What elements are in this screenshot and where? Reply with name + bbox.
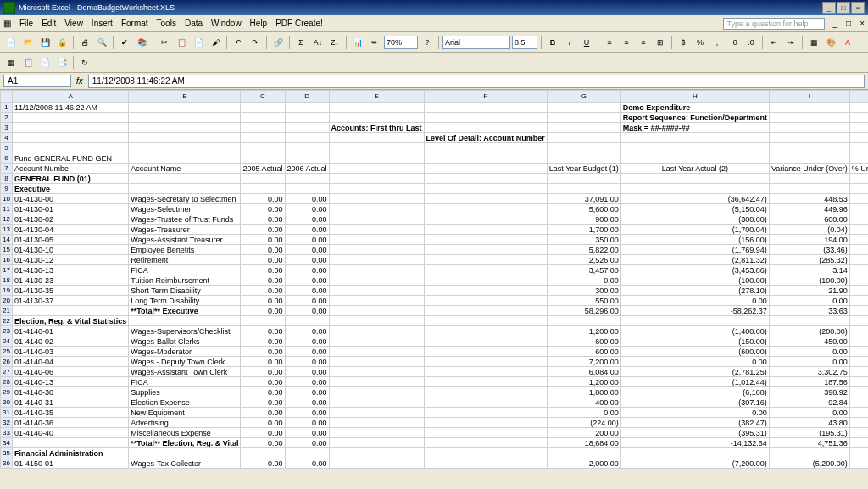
menu-data[interactable]: Data — [185, 19, 203, 28]
cell[interactable] — [329, 387, 424, 397]
row-header[interactable]: 24 — [1, 336, 13, 347]
cell[interactable]: 0.00 — [285, 469, 329, 470]
cell[interactable]: 450.00 — [769, 336, 849, 347]
cell[interactable]: 55.43 — [849, 235, 868, 245]
cell[interactable] — [424, 103, 547, 113]
cell[interactable]: 0.00 — [285, 326, 329, 336]
sort-desc-icon[interactable]: Z↓ — [327, 35, 342, 50]
cell[interactable]: 01-4140-31 — [12, 397, 128, 408]
cell[interactable]: -14,132.64 — [620, 438, 769, 448]
cell[interactable]: 100.00 — [849, 275, 868, 286]
select-all-corner[interactable] — [1, 91, 13, 103]
cell[interactable]: 0.00 — [241, 255, 285, 265]
col-header[interactable]: B — [129, 91, 241, 103]
cell[interactable]: (1,862.02) — [849, 245, 868, 255]
cell[interactable]: 300.00 — [547, 286, 620, 296]
zoom-input[interactable] — [384, 36, 418, 49]
cell[interactable]: 0.00 — [285, 438, 329, 448]
cell[interactable]: (2,781.25) — [620, 367, 769, 377]
cell[interactable]: 0.00 — [285, 296, 329, 306]
col-header[interactable]: C — [241, 91, 285, 103]
spelling-icon[interactable]: ✔ — [117, 35, 132, 50]
cell[interactable]: 2006 Actual — [285, 164, 329, 174]
cell[interactable] — [329, 214, 424, 225]
cell[interactable] — [769, 123, 849, 133]
cell[interactable] — [620, 153, 769, 164]
save-icon[interactable]: 💾 — [37, 35, 53, 50]
cell[interactable]: 3,457.00 — [547, 265, 620, 275]
doc-close-icon[interactable]: × — [860, 19, 865, 28]
cell[interactable]: Employee Benefits — [129, 245, 241, 255]
open-icon[interactable]: 📂 — [20, 35, 36, 50]
cell[interactable]: 33.33 — [849, 214, 868, 225]
cell[interactable] — [241, 153, 285, 164]
cell[interactable]: FICA — [129, 377, 241, 387]
cell[interactable] — [849, 174, 868, 184]
cell[interactable]: (156.00) — [620, 235, 769, 245]
row-header[interactable]: 2 — [1, 113, 13, 123]
align-right-icon[interactable]: ≡ — [636, 35, 651, 50]
cell[interactable]: 0.00 — [849, 347, 868, 357]
cell[interactable] — [424, 164, 547, 174]
underline-icon[interactable]: U — [579, 35, 594, 50]
new-icon[interactable]: 📄 — [3, 35, 19, 50]
cell[interactable]: 0.00 — [285, 336, 329, 347]
cell[interactable]: 0.00 — [285, 357, 329, 367]
cell[interactable]: 0.00 — [241, 397, 285, 408]
cell[interactable]: 54.29 — [849, 367, 868, 377]
cell[interactable]: 0.00 — [285, 347, 329, 357]
cell[interactable]: (1,700.04) — [620, 225, 769, 235]
undo-icon[interactable]: ↶ — [231, 35, 246, 50]
cell[interactable] — [769, 174, 849, 184]
cell[interactable]: (0.04) — [769, 225, 849, 235]
cell[interactable] — [547, 123, 620, 133]
cell[interactable] — [849, 153, 868, 164]
cell[interactable]: Wages-Selectmen — [129, 204, 241, 214]
row-header[interactable]: 15 — [1, 245, 13, 255]
cell[interactable]: 3.14 — [769, 265, 849, 275]
cell[interactable] — [129, 448, 241, 458]
cell[interactable]: 0.00 — [849, 408, 868, 418]
cell[interactable]: 0.00 — [285, 306, 329, 316]
cell[interactable]: 21.90 — [769, 286, 849, 296]
cell[interactable] — [849, 316, 868, 326]
cell[interactable] — [285, 184, 329, 194]
cell[interactable] — [329, 306, 424, 316]
cell[interactable] — [329, 235, 424, 245]
col-header[interactable]: G — [547, 91, 620, 103]
cell[interactable] — [241, 143, 285, 153]
print-icon[interactable]: 🖨 — [77, 35, 92, 50]
formula-bar[interactable]: 11/12/2008 11:46:22 AM — [88, 75, 865, 88]
cell[interactable] — [285, 448, 329, 458]
cell[interactable]: 0.00 — [241, 357, 285, 367]
cell[interactable]: 0.00 — [285, 265, 329, 275]
cell[interactable]: 0.00 — [241, 458, 285, 469]
cell[interactable] — [12, 133, 128, 143]
cell[interactable] — [424, 306, 547, 316]
row-header[interactable]: 12 — [1, 214, 13, 225]
cell[interactable] — [329, 316, 424, 326]
cell[interactable] — [285, 174, 329, 184]
cell[interactable] — [547, 184, 620, 194]
cell[interactable]: 0.00 — [285, 377, 329, 387]
cell[interactable] — [424, 153, 547, 164]
row-header[interactable]: 28 — [1, 377, 13, 387]
cell[interactable] — [424, 428, 547, 438]
cell[interactable] — [241, 316, 285, 326]
cell[interactable]: 0.00 — [285, 194, 329, 204]
cell[interactable] — [424, 357, 547, 367]
cell[interactable] — [849, 184, 868, 194]
cell[interactable]: 550.00 — [547, 296, 620, 306]
cell[interactable]: 6,084.00 — [547, 367, 620, 377]
cell[interactable]: Wages-Assistant Town Clerk — [129, 367, 241, 377]
cell[interactable]: 0.00 — [241, 428, 285, 438]
cell[interactable]: (2,811.32) — [620, 255, 769, 265]
cell[interactable]: 600.00 — [769, 214, 849, 225]
row-header[interactable]: 6 — [1, 153, 13, 164]
cell[interactable] — [547, 153, 620, 164]
cell[interactable]: (7,200.00) — [620, 458, 769, 469]
cell[interactable]: 600.00 — [547, 347, 620, 357]
cell[interactable]: 7.30 — [849, 286, 868, 296]
cell[interactable]: Miscellaneous Expense — [129, 428, 241, 438]
cell[interactable] — [620, 316, 769, 326]
